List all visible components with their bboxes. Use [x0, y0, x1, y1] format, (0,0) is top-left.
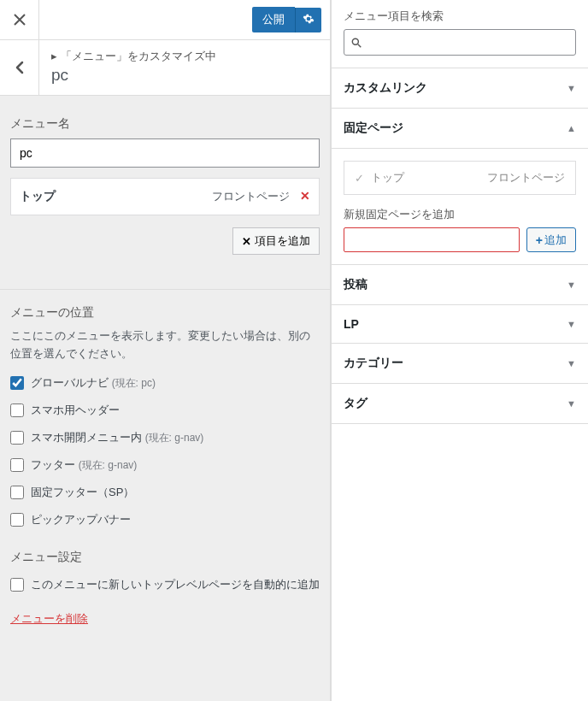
accordion-title-custom-link: カスタムリンク [344, 80, 427, 96]
add-items-button[interactable]: ✕ 項目を追加 [232, 227, 320, 255]
location-sublabel: (現在: g-nav) [79, 459, 138, 471]
auto-add-row: このメニューに新しいトップレベルページを自動的に追加 [10, 577, 320, 592]
location-row: ピックアップバナー [10, 512, 320, 527]
search-section: メニュー項目を検索 [332, 0, 588, 68]
menu-name-input[interactable] [10, 138, 320, 168]
chevron-up-icon: ▲ [567, 123, 576, 133]
add-page-row: + 追加 [344, 227, 576, 252]
location-row: グローバルナビ (現在: pc) [10, 375, 320, 391]
add-page-input[interactable] [344, 227, 520, 252]
add-page-button-label: 追加 [544, 233, 567, 248]
back-button[interactable] [0, 40, 39, 95]
remove-item-button[interactable]: ✕ [300, 189, 310, 203]
search-icon [350, 37, 362, 49]
menu-item-right: フロントページ ✕ [212, 189, 310, 204]
accordion-posts[interactable]: 投稿 ▼ [332, 265, 588, 305]
add-items-label: 項目を追加 [255, 233, 310, 249]
search-input-wrap [344, 29, 576, 56]
location-label: 固定フッター（SP） [31, 485, 134, 500]
chevron-down-icon: ▼ [567, 280, 576, 290]
accordion-body-pages: ✓ トップ フロントページ 新規固定ページを追加 + 追加 [332, 149, 588, 265]
top-bar: 公開 [0, 0, 330, 40]
breadcrumb-content: ▸ 「メニュー」をカスタマイズ中 pc [39, 40, 330, 95]
location-label: グローバルナビ (現在: pc) [31, 375, 156, 391]
close-icon [14, 14, 26, 26]
plus-icon: + [536, 233, 543, 247]
available-items-panel: メニュー項目を検索 カスタムリンク ▼ 固定ページ ▲ ✓ トップ フロントペー… [331, 0, 588, 701]
close-button[interactable] [0, 0, 39, 39]
location-sublabel: (現在: g-nav) [145, 432, 204, 444]
breadcrumb-row: ▸ 「メニュー」をカスタマイズ中 pc [0, 40, 330, 96]
add-page-label: 新規固定ページを追加 [344, 207, 576, 222]
chevron-left-icon [15, 61, 25, 74]
plus-icon: ✕ [242, 235, 251, 248]
chevron-down-icon: ▼ [567, 358, 576, 368]
menu-item-row[interactable]: トップ フロントページ ✕ [10, 178, 320, 215]
publish-button[interactable]: 公開 [252, 7, 295, 32]
location-row: 固定フッター（SP） [10, 485, 320, 500]
accordion-tags[interactable]: タグ ▼ [332, 384, 588, 424]
accordion-categories[interactable]: カテゴリー ▼ [332, 344, 588, 384]
page-item-left: ✓ トップ [355, 170, 404, 186]
divider [0, 289, 330, 290]
accordion-title-posts: 投稿 [344, 277, 368, 292]
location-checkbox[interactable] [10, 486, 24, 499]
svg-line-1 [358, 44, 362, 47]
location-checkbox[interactable] [10, 404, 24, 417]
menu-settings-heading: メニュー設定 [10, 550, 320, 565]
gear-icon [303, 13, 315, 25]
search-label: メニュー項目を検索 [344, 9, 576, 24]
panel-body: メニュー名 トップ フロントページ ✕ ✕ 項目を追加 メニューの位置 ここにこ… [0, 96, 330, 637]
svg-point-0 [352, 38, 358, 44]
location-label: ピックアップバナー [31, 512, 131, 527]
location-checkbox[interactable] [10, 458, 24, 472]
add-page-button[interactable]: + 追加 [526, 227, 576, 252]
location-checkbox[interactable] [10, 513, 24, 527]
accordion-title-pages: 固定ページ [344, 121, 403, 136]
menu-item-title: トップ [20, 189, 56, 204]
chevron-down-icon: ▼ [567, 398, 576, 409]
check-icon: ✓ [355, 172, 364, 185]
publish-settings-button[interactable] [295, 8, 321, 32]
location-label: フッター (現在: g-nav) [31, 457, 137, 473]
location-checkbox[interactable] [10, 376, 24, 390]
menu-position-heading: メニューの位置 [10, 305, 320, 321]
location-row: スマホ開閉メニュー内 (現在: g-nav) [10, 430, 320, 445]
page-item-title: トップ [371, 170, 404, 186]
chevron-down-icon: ▼ [567, 319, 576, 329]
accordion-title-lp: LP [344, 317, 359, 331]
accordion-title-categories: カテゴリー [344, 356, 403, 371]
breadcrumb-label: ▸ 「メニュー」をカスタマイズ中 [51, 49, 318, 64]
menu-item-type: フロントページ [212, 190, 290, 203]
delete-menu-link[interactable]: メニューを削除 [10, 611, 88, 627]
location-sublabel: (現在: pc) [112, 377, 156, 389]
accordion-pages[interactable]: 固定ページ ▲ [332, 109, 588, 149]
add-items-row: ✕ 項目を追加 [10, 227, 320, 272]
location-row: フッター (現在: g-nav) [10, 457, 320, 473]
accordion-lp[interactable]: LP ▼ [332, 305, 588, 344]
menu-position-description: ここにこのメニューを表示します。変更したい場合は、別の位置を選んでください。 [10, 327, 320, 363]
customizer-left-panel: 公開 ▸ 「メニュー」をカスタマイズ中 pc メニュー名 トップ フロントページ… [0, 0, 331, 701]
menu-name-label: メニュー名 [10, 116, 320, 132]
search-input[interactable] [344, 29, 576, 56]
location-label: スマホ用ヘッダー [31, 403, 120, 418]
accordion-title-tags: タグ [344, 396, 368, 411]
auto-add-label: このメニューに新しいトップレベルページを自動的に追加 [31, 577, 320, 592]
page-item-type: フロントページ [487, 170, 565, 186]
auto-add-checkbox[interactable] [10, 578, 24, 592]
location-row: スマホ用ヘッダー [10, 403, 320, 418]
chevron-down-icon: ▼ [567, 83, 576, 93]
top-bar-actions: 公開 [39, 0, 330, 39]
breadcrumb-title: pc [51, 66, 318, 85]
available-page-item[interactable]: ✓ トップ フロントページ [344, 161, 576, 195]
location-checkbox[interactable] [10, 431, 24, 445]
accordion-custom-link[interactable]: カスタムリンク ▼ [332, 68, 588, 109]
location-label: スマホ開閉メニュー内 (現在: g-nav) [31, 430, 203, 445]
